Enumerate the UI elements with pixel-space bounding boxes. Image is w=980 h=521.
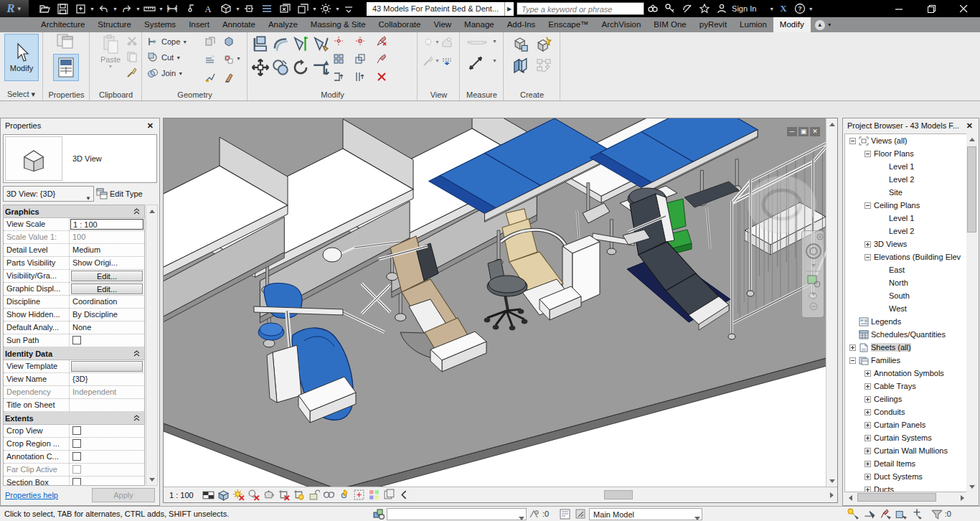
array-icon[interactable] bbox=[333, 53, 344, 65]
value-checkbox[interactable] bbox=[72, 465, 81, 474]
light-group-icon[interactable] bbox=[423, 37, 434, 48]
value-button[interactable]: Edit... bbox=[71, 271, 143, 281]
value-button[interactable] bbox=[71, 361, 143, 372]
save-icon[interactable] bbox=[57, 3, 69, 15]
tab-collaborate[interactable]: Collaborate bbox=[372, 17, 428, 32]
temporary-view-properties-icon[interactable] bbox=[383, 489, 395, 501]
tree-item-duct-systems[interactable]: Duct Systems bbox=[845, 470, 967, 483]
value-checkbox[interactable] bbox=[72, 439, 81, 448]
tab-enscape-[interactable]: Enscape™ bbox=[542, 17, 595, 32]
tab-manage[interactable]: Manage bbox=[458, 17, 501, 32]
expand-icon[interactable] bbox=[864, 474, 871, 480]
signin-user-icon[interactable] bbox=[715, 2, 729, 15]
measure-dropdown[interactable]: ▼ bbox=[159, 3, 164, 15]
drag-on-selection-icon[interactable] bbox=[910, 508, 923, 520]
tree-item-ceiling-plans[interactable]: Ceiling Plans bbox=[845, 199, 967, 212]
thin-lines-icon[interactable] bbox=[261, 3, 273, 15]
demolish-icon[interactable] bbox=[223, 72, 235, 83]
tree-item-level-2[interactable]: Level 2 bbox=[845, 173, 967, 186]
expand-icon[interactable] bbox=[864, 461, 871, 467]
measure-dropdown[interactable]: ▼ bbox=[492, 39, 497, 44]
mirror-axis-icon[interactable] bbox=[311, 34, 330, 53]
select-underlay-icon[interactable] bbox=[863, 508, 876, 520]
tab-insert[interactable]: Insert bbox=[182, 17, 216, 32]
worksets-dropdown[interactable] bbox=[387, 508, 527, 520]
collapse-icon[interactable] bbox=[849, 138, 856, 144]
editable-only-icon[interactable] bbox=[559, 508, 572, 520]
project-browser-close-icon[interactable]: ✕ bbox=[965, 121, 974, 131]
section-graphics[interactable]: Graphics bbox=[4, 205, 144, 218]
sun-path-off-icon[interactable] bbox=[232, 489, 245, 501]
tree-item-site[interactable]: Site bbox=[845, 186, 967, 199]
properties-close-icon[interactable]: ✕ bbox=[146, 121, 155, 131]
light-group-dropdown[interactable]: ▼ bbox=[435, 39, 440, 44]
viewport-hscrollbar[interactable] bbox=[416, 489, 826, 501]
tab-analyze[interactable]: Analyze bbox=[262, 17, 304, 32]
expand-icon[interactable] bbox=[864, 448, 871, 454]
tab-pyrevit[interactable]: pyRevit bbox=[693, 17, 733, 32]
tree-item-floor-plans[interactable]: Floor Plans bbox=[845, 147, 967, 160]
tree-item-level-2[interactable]: Level 2 bbox=[845, 225, 967, 238]
login-key-icon[interactable] bbox=[663, 2, 677, 15]
copy-icon[interactable] bbox=[126, 51, 138, 62]
tree-item-annotation-symbols[interactable]: Annotation Symbols bbox=[845, 367, 967, 380]
geometry-cut-button[interactable]: Cut▼ bbox=[147, 51, 181, 64]
undo-icon[interactable] bbox=[98, 3, 110, 15]
undo-dropdown[interactable]: ▼ bbox=[113, 3, 118, 15]
redo-dropdown[interactable]: ▼ bbox=[136, 3, 141, 15]
collapse-icon[interactable] bbox=[864, 202, 871, 209]
navigation-bar[interactable] bbox=[801, 230, 824, 318]
tab-annotate[interactable]: Annotate bbox=[216, 17, 262, 32]
text-icon[interactable]: A bbox=[202, 3, 215, 15]
expand-icon[interactable] bbox=[864, 487, 871, 493]
tree-item-ducts[interactable]: Ducts bbox=[845, 483, 967, 492]
tab-structure[interactable]: Structure bbox=[91, 17, 138, 32]
align-icon[interactable] bbox=[251, 34, 270, 53]
reveal-constraints-icon[interactable] bbox=[353, 489, 365, 501]
render-icon[interactable] bbox=[320, 3, 332, 15]
tree-item-schedules-quantities[interactable]: Schedules/Quantities bbox=[845, 328, 967, 341]
geometry-join-button[interactable]: Join▼ bbox=[147, 67, 183, 80]
trim-multiple-icon[interactable] bbox=[354, 71, 366, 83]
visual-style-icon[interactable] bbox=[217, 489, 230, 501]
help-dropdown[interactable]: ▼ bbox=[809, 3, 814, 15]
tree-item-detail-items[interactable]: Detail Items bbox=[845, 457, 967, 470]
linework-brush-icon[interactable] bbox=[423, 55, 434, 67]
view-scale[interactable]: 1 : 100 bbox=[169, 491, 194, 499]
tab-view[interactable]: View bbox=[427, 17, 458, 32]
move-icon[interactable] bbox=[251, 58, 270, 77]
section-identity-data[interactable]: Identity Data bbox=[4, 347, 144, 360]
tree-item-views-all-[interactable]: Views (all) bbox=[845, 134, 967, 147]
favorites-star-icon[interactable] bbox=[697, 2, 712, 15]
tag-icon[interactable] bbox=[184, 3, 197, 15]
split-with-gap-icon[interactable] bbox=[354, 35, 366, 47]
scale-icon[interactable] bbox=[354, 53, 366, 65]
tree-item-3d-views[interactable]: 3D Views bbox=[845, 238, 967, 250]
select-pinned-icon[interactable] bbox=[879, 508, 892, 520]
show-rendering-dialog-icon[interactable] bbox=[263, 489, 275, 501]
signin-button[interactable]: Sign In bbox=[732, 4, 756, 13]
aligned-dimension-button[interactable] bbox=[466, 54, 485, 72]
collapse-icon[interactable] bbox=[849, 357, 856, 364]
selection-filter-icon[interactable] bbox=[930, 508, 943, 520]
reveal-hidden-icon[interactable] bbox=[323, 489, 335, 501]
render-dropdown[interactable]: ▼ bbox=[335, 3, 340, 15]
tree-item-level-1[interactable]: Level 1 bbox=[845, 212, 967, 225]
expand-icon[interactable] bbox=[864, 383, 871, 390]
application-menu-button[interactable]: R▼ bbox=[0, 0, 29, 17]
delete-icon[interactable] bbox=[376, 71, 387, 83]
default-3d-view-icon[interactable] bbox=[220, 3, 232, 15]
redo-icon[interactable] bbox=[121, 3, 133, 15]
tree-item-legends[interactable]: Legends bbox=[845, 315, 967, 328]
shadows-off-icon[interactable] bbox=[248, 489, 260, 501]
worksets-icon[interactable] bbox=[372, 508, 385, 520]
user-interface-icon[interactable] bbox=[50, 32, 83, 54]
value-checkbox[interactable] bbox=[72, 452, 81, 461]
cut-icon[interactable] bbox=[126, 35, 138, 47]
tab-architecture[interactable]: Architecture bbox=[34, 17, 91, 32]
tree-item-sheets-all-[interactable]: Sheets (all) bbox=[845, 341, 967, 354]
apply-button[interactable]: Apply bbox=[92, 488, 155, 502]
unpin-icon[interactable] bbox=[376, 35, 387, 47]
editing-requests-icon[interactable] bbox=[528, 508, 541, 520]
pin-icon[interactable] bbox=[376, 53, 387, 65]
